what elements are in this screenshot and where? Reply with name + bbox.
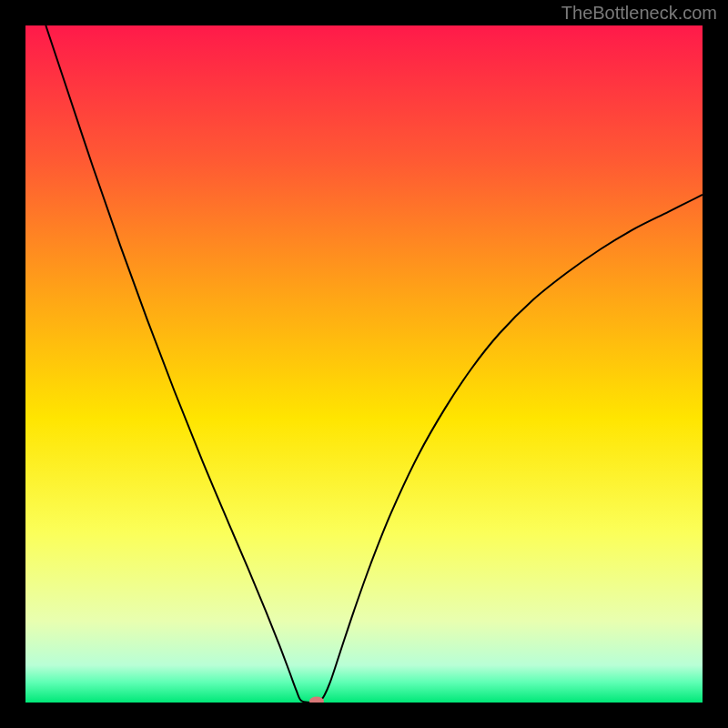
watermark-text: TheBottleneck.com — [561, 3, 717, 24]
plot-background — [25, 25, 703, 703]
chart-container: TheBottleneck.com — [0, 0, 728, 728]
plot-frame — [25, 25, 703, 703]
chart-svg — [25, 25, 703, 703]
